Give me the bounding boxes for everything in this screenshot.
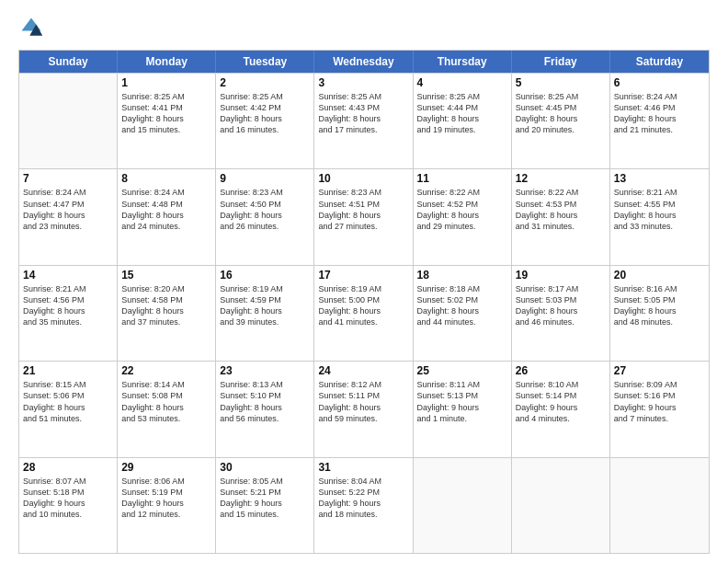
day-number: 6 [614, 76, 705, 89]
day-number: 17 [318, 269, 408, 282]
cal-cell: 11Sunrise: 8:22 AM Sunset: 4:52 PM Dayli… [414, 169, 512, 264]
day-info: Sunrise: 8:25 AM Sunset: 4:45 PM Dayligh… [516, 91, 606, 136]
day-number: 14 [23, 269, 113, 282]
cal-cell: 18Sunrise: 8:18 AM Sunset: 5:02 PM Dayli… [414, 266, 512, 361]
day-info: Sunrise: 8:24 AM Sunset: 4:48 PM Dayligh… [121, 187, 211, 232]
day-info: Sunrise: 8:24 AM Sunset: 4:46 PM Dayligh… [614, 91, 705, 136]
day-number: 30 [220, 461, 310, 474]
cal-cell: 9Sunrise: 8:23 AM Sunset: 4:50 PM Daylig… [216, 169, 314, 264]
cal-cell [512, 458, 610, 553]
header [18, 15, 710, 40]
header-cell-saturday: Saturday [610, 51, 709, 73]
cal-cell: 19Sunrise: 8:17 AM Sunset: 5:03 PM Dayli… [512, 266, 610, 361]
day-number: 18 [417, 269, 507, 282]
day-number: 5 [516, 76, 606, 89]
day-number: 8 [121, 172, 211, 185]
day-number: 19 [516, 269, 606, 282]
cal-cell: 8Sunrise: 8:24 AM Sunset: 4:48 PM Daylig… [118, 169, 216, 264]
page: SundayMondayTuesdayWednesdayThursdayFrid… [0, 0, 728, 563]
header-cell-tuesday: Tuesday [216, 51, 314, 73]
day-info: Sunrise: 8:23 AM Sunset: 4:51 PM Dayligh… [318, 187, 408, 232]
day-info: Sunrise: 8:20 AM Sunset: 4:58 PM Dayligh… [121, 283, 211, 328]
week-row-1: 7Sunrise: 8:24 AM Sunset: 4:47 PM Daylig… [19, 168, 709, 264]
cal-cell: 17Sunrise: 8:19 AM Sunset: 5:00 PM Dayli… [314, 266, 413, 361]
cal-cell: 2Sunrise: 8:25 AM Sunset: 4:42 PM Daylig… [216, 74, 314, 168]
day-info: Sunrise: 8:05 AM Sunset: 5:21 PM Dayligh… [220, 476, 310, 521]
cal-cell [610, 458, 709, 553]
header-cell-thursday: Thursday [414, 51, 512, 73]
header-cell-wednesday: Wednesday [314, 51, 413, 73]
logo-icon [18, 15, 44, 40]
day-number: 2 [220, 76, 310, 89]
day-info: Sunrise: 8:21 AM Sunset: 4:56 PM Dayligh… [23, 283, 113, 328]
day-number: 4 [417, 76, 507, 89]
day-info: Sunrise: 8:25 AM Sunset: 4:41 PM Dayligh… [121, 91, 211, 136]
day-number: 28 [23, 461, 113, 474]
cal-cell: 14Sunrise: 8:21 AM Sunset: 4:56 PM Dayli… [19, 266, 118, 361]
cal-cell: 29Sunrise: 8:06 AM Sunset: 5:19 PM Dayli… [118, 458, 216, 553]
calendar-body: 1Sunrise: 8:25 AM Sunset: 4:41 PM Daylig… [19, 73, 709, 553]
week-row-4: 28Sunrise: 8:07 AM Sunset: 5:18 PM Dayli… [19, 457, 709, 553]
day-info: Sunrise: 8:14 AM Sunset: 5:08 PM Dayligh… [121, 379, 211, 424]
cal-cell: 10Sunrise: 8:23 AM Sunset: 4:51 PM Dayli… [314, 169, 413, 264]
header-cell-sunday: Sunday [19, 51, 118, 73]
day-number: 26 [516, 364, 606, 377]
cal-cell: 25Sunrise: 8:11 AM Sunset: 5:13 PM Dayli… [414, 362, 512, 456]
week-row-0: 1Sunrise: 8:25 AM Sunset: 4:41 PM Daylig… [19, 73, 709, 168]
day-number: 29 [121, 461, 211, 474]
day-info: Sunrise: 8:12 AM Sunset: 5:11 PM Dayligh… [318, 379, 408, 424]
cal-cell: 23Sunrise: 8:13 AM Sunset: 5:10 PM Dayli… [216, 362, 314, 456]
day-info: Sunrise: 8:13 AM Sunset: 5:10 PM Dayligh… [220, 379, 310, 424]
day-info: Sunrise: 8:19 AM Sunset: 4:59 PM Dayligh… [220, 283, 310, 328]
day-info: Sunrise: 8:18 AM Sunset: 5:02 PM Dayligh… [417, 283, 507, 328]
day-number: 13 [614, 172, 705, 185]
day-info: Sunrise: 8:22 AM Sunset: 4:53 PM Dayligh… [516, 187, 606, 232]
calendar: SundayMondayTuesdayWednesdayThursdayFrid… [18, 50, 710, 554]
day-number: 25 [417, 364, 507, 377]
cal-cell: 26Sunrise: 8:10 AM Sunset: 5:14 PM Dayli… [512, 362, 610, 456]
calendar-header: SundayMondayTuesdayWednesdayThursdayFrid… [19, 51, 709, 73]
cal-cell: 21Sunrise: 8:15 AM Sunset: 5:06 PM Dayli… [19, 362, 118, 456]
day-number: 9 [220, 172, 310, 185]
day-info: Sunrise: 8:19 AM Sunset: 5:00 PM Dayligh… [318, 283, 408, 328]
header-cell-monday: Monday [118, 51, 216, 73]
day-info: Sunrise: 8:16 AM Sunset: 5:05 PM Dayligh… [614, 283, 705, 328]
day-number: 3 [318, 76, 408, 89]
cal-cell: 1Sunrise: 8:25 AM Sunset: 4:41 PM Daylig… [118, 74, 216, 168]
cal-cell: 15Sunrise: 8:20 AM Sunset: 4:58 PM Dayli… [118, 266, 216, 361]
day-number: 7 [23, 172, 113, 185]
day-number: 15 [121, 269, 211, 282]
cal-cell: 12Sunrise: 8:22 AM Sunset: 4:53 PM Dayli… [512, 169, 610, 264]
day-info: Sunrise: 8:04 AM Sunset: 5:22 PM Dayligh… [318, 476, 408, 521]
cal-cell: 4Sunrise: 8:25 AM Sunset: 4:44 PM Daylig… [414, 74, 512, 168]
day-number: 23 [220, 364, 310, 377]
day-number: 22 [121, 364, 211, 377]
cal-cell: 24Sunrise: 8:12 AM Sunset: 5:11 PM Dayli… [314, 362, 413, 456]
cal-cell: 3Sunrise: 8:25 AM Sunset: 4:43 PM Daylig… [314, 74, 413, 168]
day-number: 20 [614, 269, 705, 282]
day-number: 27 [614, 364, 705, 377]
cal-cell: 22Sunrise: 8:14 AM Sunset: 5:08 PM Dayli… [118, 362, 216, 456]
day-number: 11 [417, 172, 507, 185]
day-number: 16 [220, 269, 310, 282]
cal-cell [19, 74, 118, 168]
day-info: Sunrise: 8:25 AM Sunset: 4:43 PM Dayligh… [318, 91, 408, 136]
day-info: Sunrise: 8:06 AM Sunset: 5:19 PM Dayligh… [121, 476, 211, 521]
day-info: Sunrise: 8:09 AM Sunset: 5:16 PM Dayligh… [614, 379, 705, 424]
day-info: Sunrise: 8:21 AM Sunset: 4:55 PM Dayligh… [614, 187, 705, 232]
day-number: 10 [318, 172, 408, 185]
day-info: Sunrise: 8:23 AM Sunset: 4:50 PM Dayligh… [220, 187, 310, 232]
week-row-3: 21Sunrise: 8:15 AM Sunset: 5:06 PM Dayli… [19, 361, 709, 456]
day-number: 1 [121, 76, 211, 89]
cal-cell: 13Sunrise: 8:21 AM Sunset: 4:55 PM Dayli… [610, 169, 709, 264]
day-info: Sunrise: 8:10 AM Sunset: 5:14 PM Dayligh… [516, 379, 606, 424]
cal-cell: 20Sunrise: 8:16 AM Sunset: 5:05 PM Dayli… [610, 266, 709, 361]
day-info: Sunrise: 8:25 AM Sunset: 4:44 PM Dayligh… [417, 91, 507, 136]
day-number: 24 [318, 364, 408, 377]
day-info: Sunrise: 8:07 AM Sunset: 5:18 PM Dayligh… [23, 476, 113, 521]
cal-cell: 7Sunrise: 8:24 AM Sunset: 4:47 PM Daylig… [19, 169, 118, 264]
day-number: 12 [516, 172, 606, 185]
cal-cell: 28Sunrise: 8:07 AM Sunset: 5:18 PM Dayli… [19, 458, 118, 553]
cal-cell: 16Sunrise: 8:19 AM Sunset: 4:59 PM Dayli… [216, 266, 314, 361]
day-info: Sunrise: 8:24 AM Sunset: 4:47 PM Dayligh… [23, 187, 113, 232]
